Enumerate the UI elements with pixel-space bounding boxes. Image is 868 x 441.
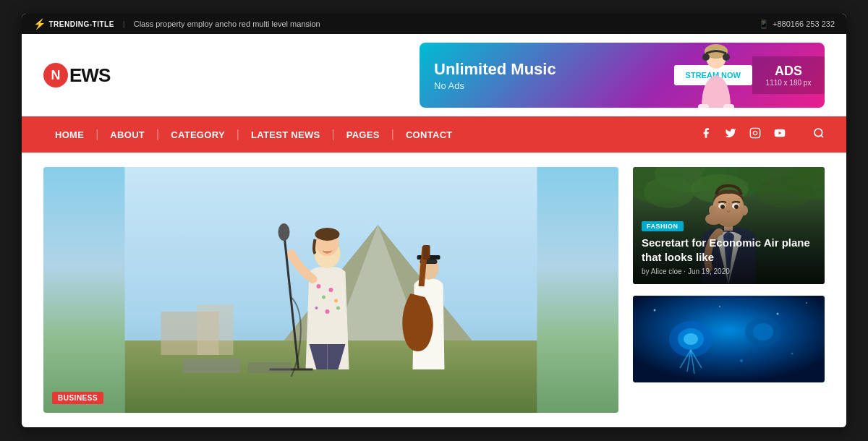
svg-rect-1 — [698, 104, 709, 108]
main-content: BUSINESS — [22, 153, 846, 427]
svg-point-9 — [814, 129, 822, 137]
instagram-icon[interactable] — [749, 127, 761, 142]
trending-text: Class property employ ancho red multi le… — [134, 20, 320, 28]
ads-dimensions: 1110 x 180 px — [766, 79, 812, 87]
svg-point-18 — [317, 284, 321, 288]
nav-item-pages[interactable]: PAGES — [335, 116, 391, 153]
nav-item-about[interactable]: ABOUT — [98, 116, 156, 153]
svg-point-5 — [723, 53, 730, 61]
card-1: FASHION Secretart for Economic Air plane… — [633, 167, 825, 284]
svg-point-29 — [278, 223, 290, 241]
trending-title: TRENDING-TITLE — [49, 20, 114, 28]
svg-rect-36 — [248, 362, 292, 373]
svg-point-65 — [654, 309, 656, 312]
svg-rect-16 — [197, 304, 234, 355]
logo-text: EWS — [69, 64, 110, 87]
phone-number: 📱 +880166 253 232 — [759, 20, 835, 29]
top-bar: ⚡ TRENDING-TITLE | Class property employ… — [22, 14, 846, 34]
card-1-overlay: FASHION Secretart for Economic Air plane… — [633, 197, 825, 284]
trending-label: ⚡ TRENDING-TITLE — [33, 18, 114, 30]
svg-rect-34 — [423, 245, 430, 260]
svg-point-60 — [753, 323, 773, 341]
phone-icon: 📱 — [759, 20, 769, 29]
ad-subtitle: No Ads — [434, 80, 660, 91]
lightning-icon: ⚡ — [33, 18, 46, 30]
card-1-title: Secretart for Economic Air plane that lo… — [642, 236, 816, 264]
nav-item-contact[interactable]: CONTACT — [394, 116, 464, 153]
svg-point-24 — [336, 307, 340, 310]
card-2-svg — [633, 296, 825, 382]
hero-background-svg — [43, 167, 618, 413]
twitter-icon[interactable] — [725, 127, 736, 142]
svg-rect-35 — [183, 359, 241, 373]
nav-bar: HOME | ABOUT | CATEGORY | LATEST NEWS | … — [22, 116, 846, 153]
svg-point-70 — [791, 353, 793, 355]
svg-point-19 — [322, 296, 326, 299]
ad-banner: Unlimited Music No Ads STREAM NOW ADS 11… — [420, 43, 825, 108]
youtube-icon[interactable] — [774, 127, 786, 142]
svg-point-20 — [329, 288, 333, 292]
ad-content: Unlimited Music No Ads — [420, 53, 674, 98]
nav-links: HOME | ABOUT | CATEGORY | LATEST NEWS | … — [43, 116, 700, 153]
nav-item-category[interactable]: CATEGORY — [159, 116, 237, 153]
svg-point-58 — [684, 333, 698, 345]
nav-social — [700, 127, 825, 142]
svg-point-23 — [326, 309, 330, 314]
top-bar-divider: | — [123, 20, 125, 28]
svg-point-26 — [315, 228, 340, 241]
svg-point-68 — [806, 302, 807, 304]
header: N EWS Unlimited Music No Ads STREAM — [22, 34, 846, 116]
svg-point-4 — [702, 53, 710, 61]
svg-point-67 — [777, 313, 779, 315]
card-2 — [633, 296, 825, 382]
hero-section: BUSINESS — [43, 167, 618, 413]
search-button[interactable] — [813, 127, 825, 142]
card-2-image — [633, 296, 825, 382]
facebook-icon[interactable] — [700, 127, 712, 142]
hero-category-label[interactable]: BUSINESS — [52, 392, 103, 404]
svg-rect-55 — [633, 296, 825, 382]
svg-point-22 — [315, 307, 318, 309]
logo[interactable]: N EWS — [43, 63, 110, 87]
ad-model-svg — [687, 43, 745, 108]
hero-image — [43, 167, 618, 413]
nav-item-home[interactable]: HOME — [43, 116, 95, 153]
nav-item-latest-news[interactable]: LATEST NEWS — [239, 116, 332, 153]
svg-rect-2 — [723, 104, 734, 108]
ad-right: ADS 1110 x 180 px — [752, 56, 825, 94]
svg-point-21 — [334, 299, 338, 303]
card-1-image: FASHION Secretart for Economic Air plane… — [633, 167, 825, 284]
svg-point-69 — [740, 359, 743, 362]
right-column: FASHION Secretart for Economic Air plane… — [633, 167, 825, 413]
svg-rect-6 — [750, 128, 760, 137]
card-1-meta: by Alice cloe · Jun 19, 2020 — [642, 267, 816, 275]
ads-label: ADS — [775, 64, 802, 79]
card-1-category[interactable]: FASHION — [642, 221, 684, 231]
logo-circle: N — [43, 63, 68, 87]
svg-point-66 — [719, 306, 720, 307]
ad-title: Unlimited Music — [434, 60, 660, 79]
svg-line-10 — [821, 135, 823, 137]
